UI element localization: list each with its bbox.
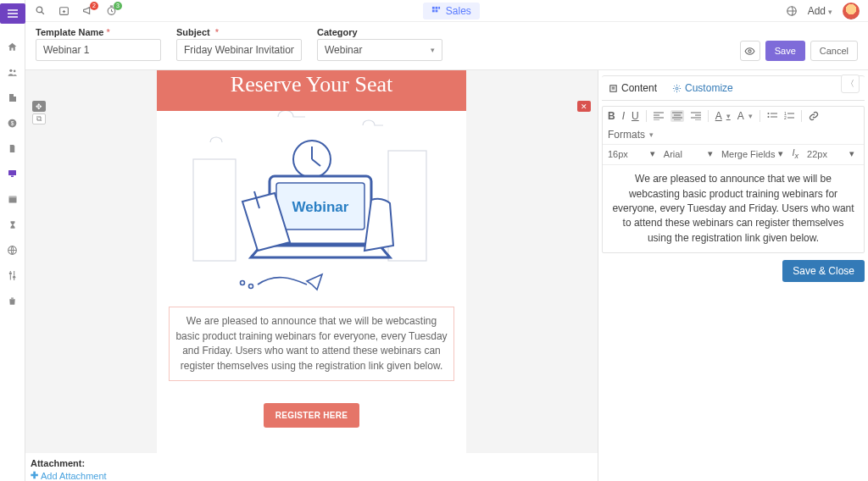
nav-globe-icon[interactable]: [7, 244, 19, 256]
nav-trash-icon[interactable]: [7, 295, 19, 307]
svg-rect-16: [432, 7, 435, 9]
nav-document-icon[interactable]: [7, 142, 19, 154]
svg-point-1: [13, 69, 15, 72]
svg-point-12: [13, 275, 15, 278]
hero-illustration: Webinar: [157, 111, 466, 300]
svg-point-31: [676, 87, 678, 90]
panel-collapse-icon[interactable]: 〈: [841, 75, 860, 93]
subject-label: Subject *: [176, 27, 302, 37]
user-avatar[interactable]: [843, 3, 860, 19]
align-right-icon[interactable]: [691, 112, 701, 120]
search-icon[interactable]: [34, 5, 46, 17]
nav-hourglass-icon[interactable]: [7, 218, 19, 230]
svg-rect-23: [193, 159, 236, 261]
rte-content[interactable]: We are pleased to announce that we will …: [603, 165, 864, 252]
bullet-list-icon[interactable]: [767, 112, 777, 120]
canvas-area: ✥ ⧉ ✕ Reserve Your Seat: [25, 70, 598, 481]
svg-rect-6: [8, 170, 16, 175]
nav-desktop-icon[interactable]: [7, 168, 19, 180]
nav-calendar-icon[interactable]: [7, 193, 19, 205]
topbar: 2 3 Sales Add: [25, 0, 868, 22]
register-button[interactable]: REGISTER HERE: [264, 403, 360, 428]
font-family-dropdown[interactable]: Arial▾: [664, 148, 713, 159]
timer-icon[interactable]: 3: [105, 5, 117, 17]
tab-customize[interactable]: Customize: [672, 82, 733, 94]
attachment-label: Attachment:: [31, 458, 593, 468]
line-height-dropdown[interactable]: 22px▾: [807, 148, 854, 159]
merge-fields-dropdown[interactable]: Merge Fields ▾: [721, 148, 784, 159]
left-nav: $: [0, 0, 25, 481]
announce-icon[interactable]: 2: [81, 5, 93, 17]
nav-people-icon[interactable]: [7, 66, 19, 78]
svg-point-11: [9, 272, 12, 274]
template-name-label: Template Name *: [36, 27, 161, 37]
rte-toolbar-row2: 16px▾ Arial▾ Merge Fields ▾ Ix 22px▾: [603, 145, 864, 165]
svg-rect-17: [435, 7, 437, 9]
calendar-add-icon[interactable]: [58, 5, 70, 17]
font-size-dropdown[interactable]: 16px▾: [608, 148, 655, 159]
svg-point-33: [767, 116, 769, 118]
category-label: Category: [317, 27, 442, 37]
svg-point-22: [748, 49, 751, 52]
tab-content[interactable]: Content: [609, 82, 657, 94]
svg-rect-2: [9, 94, 14, 102]
template-fields: Template Name * Subject * Category Webin…: [25, 22, 868, 70]
bg-color-icon[interactable]: A: [737, 110, 753, 122]
main-area: 2 3 Sales Add Template Name *: [25, 0, 868, 481]
nav-home-icon[interactable]: [7, 41, 19, 53]
nav-building-icon[interactable]: [7, 91, 19, 103]
rich-text-editor: B I U A A 12 Formats: [602, 106, 865, 253]
underline-icon[interactable]: U: [632, 110, 639, 122]
svg-point-28: [248, 284, 253, 288]
number-list-icon[interactable]: 12: [784, 112, 794, 120]
editor-panel: Content Customize 〈 B I U: [598, 70, 868, 481]
clear-format-icon[interactable]: Ix: [792, 147, 798, 160]
category-value: Webinar: [325, 44, 362, 56]
save-close-button[interactable]: Save & Close: [782, 260, 865, 282]
workspace: ✥ ⧉ ✕ Reserve Your Seat: [25, 70, 868, 481]
template-name-input[interactable]: [36, 39, 161, 61]
formats-dropdown[interactable]: Formats: [608, 129, 654, 141]
align-center-icon[interactable]: [670, 110, 684, 122]
plus-icon: ✚: [31, 470, 38, 481]
bold-icon[interactable]: B: [608, 110, 615, 122]
svg-point-13: [36, 7, 42, 13]
save-button[interactable]: Save: [765, 41, 805, 61]
globe-icon[interactable]: [786, 5, 798, 17]
app-switcher-label: Sales: [446, 5, 471, 17]
link-icon[interactable]: [809, 111, 819, 121]
text-color-icon[interactable]: A: [715, 110, 731, 122]
svg-point-0: [9, 69, 12, 71]
rte-toolbar: B I U A A 12 Formats: [603, 107, 864, 145]
svg-rect-7: [11, 176, 14, 178]
align-left-icon[interactable]: [654, 112, 664, 120]
add-menu[interactable]: Add: [808, 5, 832, 17]
category-select[interactable]: Webinar ▾: [317, 39, 442, 61]
svg-text:$: $: [11, 119, 14, 125]
attachment-bar: Attachment: ✚ Add Attachment: [25, 453, 598, 481]
italic-icon[interactable]: I: [622, 110, 625, 122]
nav-settings-icon[interactable]: [7, 269, 19, 281]
announce-badge: 2: [90, 2, 98, 10]
chevron-down-icon: ▾: [431, 46, 435, 54]
svg-rect-19: [432, 10, 435, 13]
svg-point-32: [767, 113, 769, 114]
svg-rect-20: [435, 10, 437, 13]
svg-rect-3: [14, 97, 16, 102]
subject-input[interactable]: [176, 39, 302, 61]
email-canvas[interactable]: Reserve Your Seat: [157, 70, 466, 453]
nav-money-icon[interactable]: $: [7, 117, 19, 129]
svg-point-29: [240, 280, 244, 285]
svg-rect-18: [438, 7, 440, 9]
cancel-button[interactable]: Cancel: [810, 41, 858, 61]
hero-heading: Reserve Your Seat: [157, 70, 466, 111]
timer-badge: 3: [114, 2, 122, 10]
menu-toggle[interactable]: [0, 3, 25, 24]
body-text-block[interactable]: We are pleased to announce that we will …: [169, 307, 454, 381]
svg-text:2: 2: [784, 115, 787, 120]
preview-button[interactable]: [740, 41, 760, 61]
panel-tabs: Content Customize 〈: [602, 75, 865, 101]
app-switcher[interactable]: Sales: [423, 3, 480, 19]
svg-rect-9: [8, 196, 16, 198]
add-attachment-link[interactable]: ✚ Add Attachment: [31, 470, 107, 481]
